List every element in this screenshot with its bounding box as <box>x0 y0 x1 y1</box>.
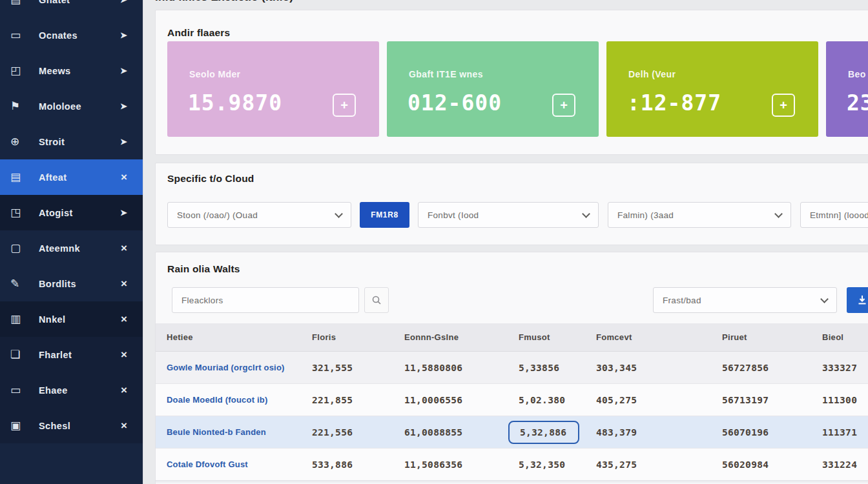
row-name-link[interactable]: Beule Nionted-b Fanden <box>156 427 301 437</box>
stat-card-value: :12-877 <box>627 90 721 116</box>
sidebar-item-atogist[interactable]: ◳ Atogist ➤ <box>0 195 143 230</box>
chevron-right-icon[interactable]: ➤ <box>120 0 127 5</box>
export-button[interactable] <box>847 287 868 313</box>
row-name-link[interactable]: Doale Moedld (foucot ib) <box>156 395 301 405</box>
chevron-right-icon[interactable]: ➤ <box>120 66 127 76</box>
add-button[interactable]: + <box>772 94 795 117</box>
stat-card-value: 012-600 <box>408 90 502 116</box>
search-input[interactable] <box>172 287 359 313</box>
sidebar-item-afteat-active[interactable]: ▤ Afteat × <box>0 159 143 195</box>
filter-dropdown-3[interactable]: Falmin) (3aad <box>608 202 791 228</box>
table-row[interactable]: Gowle Mouriad (orgclrt osio) 321,555 11,… <box>156 352 868 384</box>
sidebar-item-nnkel[interactable]: ▥ Nnkel × <box>0 301 143 337</box>
sidebar: ▤ Gnatet ➤ ▭ Ocnates ➤ ◰ Meews ➤ ⚑ Molol… <box>0 0 143 484</box>
table-cell: 56070196 <box>711 427 811 438</box>
close-icon[interactable]: × <box>121 385 127 396</box>
document-icon: ▤ <box>10 0 26 6</box>
close-icon[interactable]: × <box>121 420 127 431</box>
file-icon: ❏ <box>10 348 26 361</box>
selected-cell-box: 5,32,886 <box>508 421 579 444</box>
column-header[interactable]: Eonnn-Gslne <box>393 332 508 342</box>
row-name-link[interactable]: Cotale Dfovoft Gust <box>156 459 301 469</box>
column-header[interactable]: Bieol <box>811 332 868 342</box>
notes-icon: ▤ <box>10 170 26 184</box>
table-section-title: Rain olia Walts <box>167 263 240 275</box>
table-cell: 56020984 <box>711 459 811 470</box>
table-cell: 483,379 <box>585 427 711 438</box>
sidebar-item-label: Mololoee <box>39 101 120 112</box>
sidebar-item-ateemnk[interactable]: ▢ Ateemnk × <box>0 230 143 266</box>
apply-filter-button[interactable]: FM1R8 <box>360 202 409 228</box>
stats-section-title: Andir flaaers <box>167 27 230 39</box>
sidebar-item-mololoee[interactable]: ⚑ Mololoee ➤ <box>0 88 143 124</box>
chevron-right-icon[interactable]: ➤ <box>120 208 127 217</box>
column-header[interactable]: Fomcevt <box>585 332 711 342</box>
chevron-down-icon <box>335 210 343 218</box>
column-header[interactable]: Floris <box>301 332 393 342</box>
sidebar-item-ehaee[interactable]: ▭ Ehaee × <box>0 372 143 408</box>
archive-icon: ▥ <box>10 312 26 326</box>
close-icon[interactable]: × <box>121 243 127 254</box>
window-icon: ▢ <box>10 241 26 255</box>
table-cell: 303,345 <box>585 363 711 373</box>
filter-dropdown-4[interactable]: Etmtnn] (looodi <box>800 202 868 228</box>
table-cell: 11,0006556 <box>393 395 508 405</box>
chevron-down-icon <box>820 295 829 303</box>
close-icon[interactable]: × <box>121 314 127 325</box>
sidebar-item-label: Stroit <box>39 137 120 147</box>
dropdown-selected-value: Frast/bad <box>663 296 814 305</box>
inbox-icon: ▭ <box>10 383 26 397</box>
filters-section-title: Specific t/o Cloud <box>167 173 254 185</box>
sidebar-item-bordlits[interactable]: ✎ Bordlits × <box>0 266 143 301</box>
sidebar-item-label: Schesl <box>39 421 121 431</box>
add-button[interactable]: + <box>333 94 356 117</box>
sidebar-menu: ▤ Gnatet ➤ ▭ Ocnates ➤ ◰ Meews ➤ ⚑ Molol… <box>0 0 143 443</box>
stat-card-label: Seolo Mder <box>189 69 240 79</box>
table-filter-dropdown[interactable]: Frast/bad <box>653 287 837 313</box>
close-icon[interactable]: × <box>121 172 127 183</box>
chevron-right-icon[interactable]: ➤ <box>120 101 127 111</box>
chevron-down-icon <box>774 210 783 218</box>
data-table: Hetiee Floris Eonnn-Gslne Fmusot Fomcevt… <box>156 323 868 483</box>
sidebar-item-gnatet[interactable]: ▤ Gnatet ➤ <box>0 0 143 17</box>
filter-dropdown-1[interactable]: Stoon (/oao/) (Ouad <box>167 202 351 228</box>
close-icon[interactable]: × <box>121 278 127 289</box>
table-cell: 533,886 <box>301 459 393 470</box>
table-row-selected[interactable]: Beule Nionted-b Fanden 221,556 61,008885… <box>156 416 868 449</box>
stat-cards-row: Seolo Mder 15.9870 + Gbaft IT1E wnes 012… <box>156 41 868 137</box>
table-cell: 56727856 <box>711 363 811 373</box>
column-header[interactable]: Piruet <box>711 332 811 342</box>
sidebar-item-stroit[interactable]: ⊕ Stroit ➤ <box>0 124 143 159</box>
column-header[interactable]: Hetiee <box>156 332 301 342</box>
row-name-link[interactable]: Gowle Mouriad (orgclrt osio) <box>156 363 301 372</box>
table-cell: 331224 <box>811 459 868 470</box>
download-icon <box>856 294 868 306</box>
table-row[interactable]: Doale Moedld (foucot ib) 221,855 11,0006… <box>156 384 868 416</box>
sidebar-item-label: Ehaee <box>39 385 121 396</box>
search-button[interactable] <box>364 287 389 313</box>
table-toolbar: Frast/bad <box>156 287 868 313</box>
close-icon[interactable]: × <box>121 349 127 360</box>
printer-icon: ▣ <box>10 419 26 432</box>
chevron-right-icon[interactable]: ➤ <box>120 30 127 40</box>
chevron-right-icon[interactable]: ➤ <box>120 137 127 146</box>
column-header[interactable]: Fmusot <box>508 332 585 342</box>
dropdown-selected-value: Stoon (/oao/) (Ouad <box>177 210 328 220</box>
sidebar-item-label: Afteat <box>39 172 121 183</box>
add-button[interactable]: + <box>552 94 575 117</box>
table-cell: 321,555 <box>301 363 393 373</box>
sidebar-item-schesl[interactable]: ▣ Schesl × <box>0 408 143 443</box>
sidebar-item-fharlet[interactable]: ❏ Fharlet × <box>0 337 143 372</box>
table-row[interactable]: Cotale Dfovoft Gust 533,886 11,5086356 5… <box>156 449 868 481</box>
stat-card-green: Gbaft IT1E wnes 012-600 + <box>387 41 599 137</box>
stats-panel: Andir flaaers Seolo Mder 15.9870 + Gbaft… <box>155 10 868 155</box>
main-content: Inid knles Exctictio (itnio) Andir flaae… <box>143 0 868 484</box>
sidebar-item-meews[interactable]: ◰ Meews ➤ <box>0 53 143 88</box>
filter-dropdown-2[interactable]: Fonbvt (Iood <box>418 202 599 228</box>
sidebar-item-label: Atogist <box>39 208 120 218</box>
stat-card-olive: Delh (Veur :12-877 + <box>606 41 818 137</box>
sidebar-item-ocnates[interactable]: ▭ Ocnates ➤ <box>0 17 143 53</box>
pen-icon: ✎ <box>10 277 26 290</box>
table-cell-selected[interactable]: 5,32,886 <box>508 421 585 444</box>
table-cell: 221,556 <box>301 427 393 438</box>
